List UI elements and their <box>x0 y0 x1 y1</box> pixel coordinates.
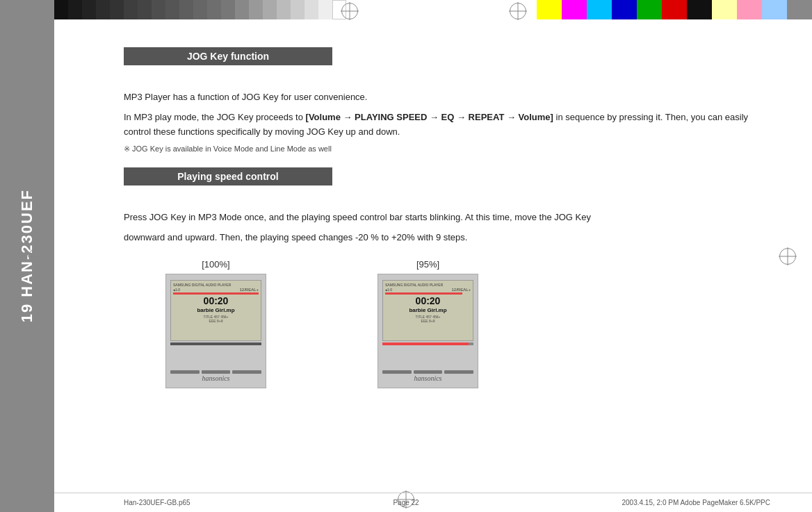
section1-para2-pre: In MP3 play mode, the JOG Key proceeds t… <box>124 112 306 122</box>
section1-para2-bold: [Volume → PLAYING SPEED → EQ → REPEAT → … <box>306 112 553 122</box>
footer: Han-230UEF-GB.p65 Page 22 2003.4.15, 2:0… <box>54 493 812 512</box>
section2-paragraph2: downward and upward. Then, the playing s… <box>124 231 770 245</box>
footer-page: Page 22 <box>393 499 419 506</box>
crosshair-top-right <box>509 2 527 20</box>
section1-paragraph2: In MP3 play mode, the JOG Key proceeds t… <box>124 110 770 140</box>
section2-paragraph1: Press JOG Key in MP3 Mode once, and the … <box>124 210 770 225</box>
section1-paragraph1: MP3 Player has a function of JOG Key for… <box>124 90 770 105</box>
image-100-label: [100%] <box>202 259 229 270</box>
image-100: [100%] SAMSUNG DIGITAL AUDIO PLAYER ●1:0… <box>165 259 266 388</box>
images-row: [100%] SAMSUNG DIGITAL AUDIO PLAYER ●1:0… <box>165 259 770 388</box>
device-display-95: SAMSUNG DIGITAL AUDIO PLAYER ●1:0 12/REA… <box>377 274 478 388</box>
image-95-label: [95%] <box>416 259 439 270</box>
footer-date: 2003.4.15, 2:0 PM Adobe PageMaker 6.5K/P… <box>622 499 770 506</box>
section1-header: JOG Key function <box>124 47 332 65</box>
device-display-100: SAMSUNG DIGITAL AUDIO PLAYER ●1:0 12/REA… <box>165 274 266 388</box>
crosshair-side-left <box>28 247 46 265</box>
image-95: [95%] SAMSUNG DIGITAL AUDIO PLAYER ●1:0 … <box>377 259 478 388</box>
section1-note: ※ JOG Key is available in Voice Mode and… <box>124 144 770 154</box>
sidebar: 19 HAN-230UEF <box>0 0 54 512</box>
crosshair-top-left <box>341 2 359 20</box>
footer-filename: Han-230UEF-GB.p65 <box>124 499 190 506</box>
section2-header: Playing speed control <box>124 167 332 185</box>
main-content: JOG Key function MP3 Player has a functi… <box>54 19 812 493</box>
